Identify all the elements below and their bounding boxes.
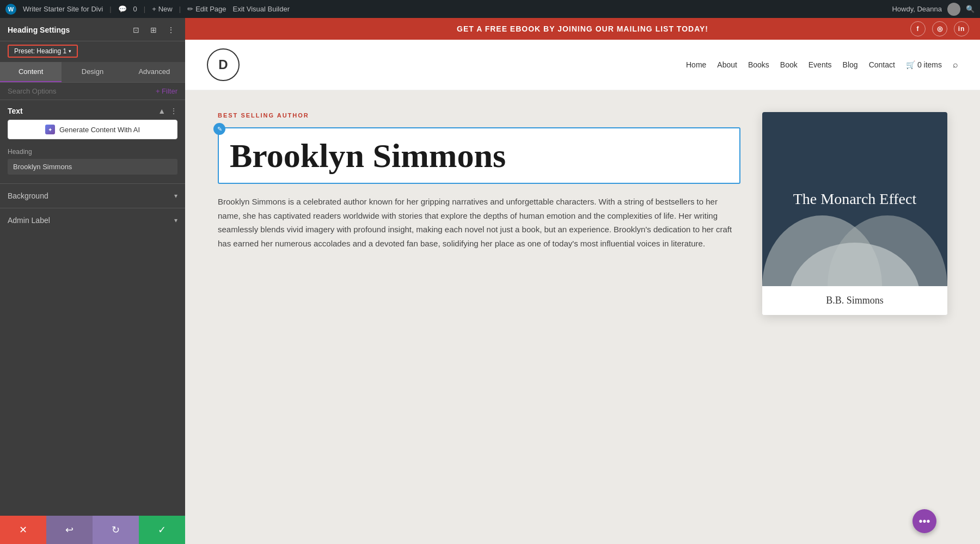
search-options-input[interactable]: [8, 87, 151, 95]
undo-icon: ↩: [65, 524, 74, 536]
redo-button[interactable]: ↻: [93, 516, 139, 544]
panel-content: Text ▲ ⋮ ✦ Generate Content With AI Head…: [0, 100, 185, 516]
separator2: |: [144, 5, 145, 13]
panel-header: Heading Settings ⊡ ⊞ ⋮: [0, 18, 185, 41]
book-cover: The Monarch Effect: [762, 112, 947, 286]
instagram-icon[interactable]: ◎: [932, 21, 947, 36]
save-icon: ✓: [158, 524, 166, 536]
exit-builder-button[interactable]: Exit Visual Builder: [233, 5, 290, 13]
avatar: [947, 3, 960, 16]
fullscreen-icon[interactable]: ⊡: [130, 23, 143, 36]
site-nav: D Home About Books Book Events Blog Cont…: [185, 40, 980, 90]
nav-events[interactable]: Events: [808, 60, 832, 69]
site-name[interactable]: Writer Starter Site for Divi: [23, 5, 103, 13]
cart-bag-icon: 🛒: [906, 60, 915, 69]
facebook-icon[interactable]: f: [910, 21, 926, 36]
panel-tabs: Content Design Advanced: [0, 62, 185, 83]
nav-books[interactable]: Books: [748, 60, 769, 69]
book-bottom-shape: [768, 226, 942, 286]
book-card[interactable]: The Monarch Effect B.B. Simmons: [762, 112, 947, 315]
nav-search-icon[interactable]: ⌕: [953, 60, 958, 70]
nav-blog[interactable]: Blog: [843, 60, 858, 69]
book-title: The Monarch Effect: [793, 189, 917, 209]
bottom-toolbar: ✕ ↩ ↻ ✓: [0, 516, 185, 544]
cart-count: 0 items: [917, 60, 942, 69]
tab-design[interactable]: Design: [62, 62, 123, 82]
site-logo[interactable]: D: [207, 48, 240, 81]
section-more-icon[interactable]: ⋮: [170, 107, 177, 115]
main-heading: Brooklyn Simmons: [230, 137, 728, 174]
preset-button[interactable]: Preset: Heading 1 ▾: [8, 45, 78, 58]
bio-text: Brooklyn Simmons is a celebrated author …: [218, 195, 740, 250]
pencil-icon: ✏: [187, 5, 193, 13]
howdy-text: Howdy, Deanna: [892, 5, 942, 13]
chevron-down-icon: ▾: [69, 48, 71, 54]
fab-icon: •••: [918, 515, 930, 528]
admin-label-chevron-icon: ▾: [174, 217, 177, 224]
heading-container[interactable]: ✎ Brooklyn Simmons: [218, 127, 740, 184]
plus-icon: +: [152, 5, 156, 13]
separator3: |: [179, 5, 181, 13]
search-bar: + Filter: [0, 83, 185, 100]
admin-label-header[interactable]: Admin Label ▾: [8, 216, 177, 225]
nav-links: Home About Books Book Events Blog Contac…: [686, 60, 958, 70]
content-area: GET A FREE EBOOK BY JOINING OUR MAILING …: [185, 18, 980, 544]
comment-icon: 💬: [118, 5, 127, 13]
nav-contact[interactable]: Contact: [869, 60, 895, 69]
main-layout: Heading Settings ⊡ ⊞ ⋮ Preset: Heading 1…: [0, 18, 980, 544]
heading-input[interactable]: [8, 159, 177, 175]
announcement-bar: GET A FREE EBOOK BY JOINING OUR MAILING …: [185, 18, 980, 40]
book-author: B.B. Simmons: [762, 286, 947, 315]
tab-advanced[interactable]: Advanced: [124, 62, 185, 82]
background-header[interactable]: Background ▾: [8, 191, 177, 200]
edit-page-button[interactable]: ✏ Edit Page: [187, 5, 226, 13]
save-button[interactable]: ✓: [139, 516, 185, 544]
ai-icon: ✦: [45, 125, 55, 134]
nav-about[interactable]: About: [717, 60, 737, 69]
cancel-icon: ✕: [19, 524, 27, 536]
left-panel: Heading Settings ⊡ ⊞ ⋮ Preset: Heading 1…: [0, 18, 185, 544]
layout-icon[interactable]: ⊞: [147, 23, 160, 36]
announcement-text: GET A FREE EBOOK BY JOINING OUR MAILING …: [457, 24, 708, 33]
panel-header-icons: ⊡ ⊞ ⋮: [130, 23, 177, 36]
text-section-title: Text: [8, 107, 23, 115]
social-icons: f ◎ in: [910, 21, 969, 36]
admin-bar-right: Howdy, Deanna 🔍: [892, 3, 975, 16]
chevron-up-icon[interactable]: ▲: [158, 107, 166, 115]
wp-logo-icon[interactable]: W: [5, 4, 16, 15]
content-left: BEST SELLING AUTHOR ✎ Brooklyn Simmons B…: [218, 112, 740, 522]
admin-bar: W Writer Starter Site for Divi | 💬 0 | +…: [0, 0, 980, 18]
new-button[interactable]: + New: [152, 5, 173, 13]
preset-row: Preset: Heading 1 ▾: [0, 41, 185, 62]
comment-count: 0: [133, 5, 137, 13]
redo-icon: ↻: [112, 524, 120, 536]
background-section: Background ▾: [0, 183, 185, 208]
nav-home[interactable]: Home: [686, 60, 706, 69]
cancel-button[interactable]: ✕: [0, 516, 46, 544]
nav-book[interactable]: Book: [780, 60, 798, 69]
content-right: The Monarch Effect B.B. Simmons: [762, 112, 947, 522]
admin-label-section: Admin Label ▾: [0, 208, 185, 232]
svg-point-2: [789, 243, 920, 286]
separator: |: [109, 5, 111, 13]
page-content: BEST SELLING AUTHOR ✎ Brooklyn Simmons B…: [185, 90, 980, 544]
tab-content[interactable]: Content: [0, 62, 62, 82]
heading-field-group: Heading: [0, 148, 185, 183]
section-icons: ▲ ⋮: [158, 107, 177, 115]
panel-title: Heading Settings: [8, 26, 70, 34]
background-chevron-icon: ▾: [174, 192, 177, 200]
text-section-header: Text ▲ ⋮: [0, 100, 185, 120]
more-options-icon[interactable]: ⋮: [164, 23, 177, 36]
fab-button[interactable]: •••: [912, 509, 936, 533]
heading-label: Heading: [8, 148, 177, 156]
bestselling-label: BEST SELLING AUTHOR: [218, 112, 740, 119]
cart-icon[interactable]: 🛒 0 items: [906, 60, 942, 69]
linkedin-icon[interactable]: in: [954, 21, 969, 36]
undo-button[interactable]: ↩: [46, 516, 93, 544]
admin-search-icon[interactable]: 🔍: [966, 5, 975, 13]
page-background: BEST SELLING AUTHOR ✎ Brooklyn Simmons B…: [185, 90, 980, 544]
heading-edit-icon[interactable]: ✎: [213, 123, 225, 135]
filter-button[interactable]: + Filter: [156, 87, 177, 95]
ai-generate-button[interactable]: ✦ Generate Content With AI: [8, 120, 177, 139]
